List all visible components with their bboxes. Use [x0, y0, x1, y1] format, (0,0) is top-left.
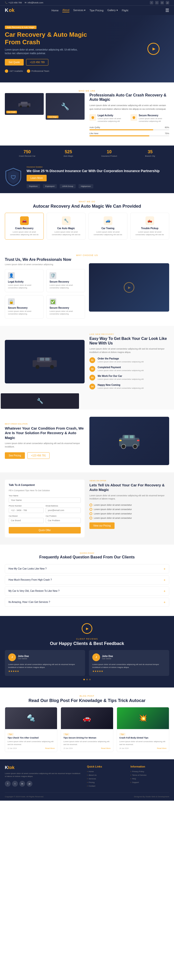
top-bar-phone[interactable]: 📞 +123 456 789	[5, 2, 22, 4]
service-car-towing[interactable]: 🚙 Car Towing Lorem ipsum dolor sit amet …	[89, 213, 127, 240]
footer-link-contact[interactable]: Contact	[87, 785, 126, 787]
footer-link-about[interactable]: About Us	[87, 774, 126, 776]
hero-get-quote-button[interactable]: Get Quote	[5, 59, 24, 65]
testimonial-play-button[interactable]	[82, 623, 92, 634]
hero-phone-button[interactable]: +123 456 789	[26, 59, 48, 65]
condition-description: Lorem ipsum dolor sit amet consectetur a…	[5, 442, 85, 449]
test-dot-3[interactable]	[89, 679, 91, 680]
test-dot-1[interactable]	[83, 679, 85, 680]
nav-flight[interactable]: Flight	[122, 9, 128, 12]
footer-instagram-icon[interactable]: in	[19, 781, 25, 787]
name-input[interactable]	[9, 498, 81, 503]
faq-question-1[interactable]: How My Car Can Looks Like New ? +	[5, 565, 169, 573]
nav-services[interactable]: Services ▾	[73, 9, 85, 12]
youtube-icon[interactable]: yt	[166, 1, 169, 4]
who-progress-bars: Auto Qulity 80% Like New 75%	[89, 126, 169, 136]
trust-title: Trust Us, We Are Professionals Now	[5, 258, 169, 262]
read-more-3[interactable]: Read More	[157, 747, 166, 749]
trust-features-col: Lorem ipsum dolor sit amet consectetur a…	[5, 263, 85, 318]
secure-icon	[131, 114, 137, 121]
nav-about[interactable]: About	[62, 8, 70, 12]
form-right-title: Lets Tell Us About Your Car For Recovery…	[89, 483, 169, 492]
footer-info-terms[interactable]: Terms of Service	[131, 774, 169, 776]
insurance-learn-more-button[interactable]: Learn More	[27, 175, 47, 181]
instagram-icon[interactable]: in	[160, 1, 164, 4]
services-title: Autocar Recovery And Auto Magic We Can P…	[5, 204, 169, 209]
blog-card-2[interactable]: 🚗 Tips Tips Secure Driving For Woman Lor…	[61, 707, 113, 752]
blog-image-1: 🔩	[5, 707, 57, 729]
hamburger-menu[interactable]: ☰	[165, 8, 169, 13]
trust-video[interactable]	[89, 263, 169, 312]
faq-question-3[interactable]: My Car Is Very Old, Can Restore To Like …	[5, 587, 169, 595]
logo[interactable]: Kok	[5, 8, 14, 13]
testimonials-title: Our Happy Clients & Best Feedback	[5, 641, 169, 646]
team-icon	[27, 69, 30, 73]
svg-rect-17	[119, 440, 122, 441]
testimonial-author-2: J John Doe Car Owner	[92, 654, 166, 661]
footer-youtube-icon[interactable]: yt	[27, 781, 32, 787]
footer-info-faq[interactable]: FAQ	[131, 778, 169, 780]
car-input[interactable]	[9, 518, 44, 523]
footer-link-pricing[interactable]: Pricing	[87, 781, 126, 783]
service-trouble-pickup[interactable]: 🛻 Trouble Pickup Lorem ipsum dolor sit a…	[130, 213, 169, 240]
check-dot-2	[89, 508, 92, 511]
check-dot-3	[89, 512, 92, 515]
hero-play-button[interactable]	[147, 43, 160, 55]
trust-video-col	[89, 263, 169, 318]
car-svg-1	[17, 100, 32, 108]
test-dot-2[interactable]	[86, 679, 88, 680]
nav-pricing[interactable]: Tipe Pricing	[89, 9, 103, 12]
svg-point-7	[36, 365, 40, 369]
read-more-1[interactable]: Read More	[45, 747, 55, 749]
trouble-pickup-icon: 🛻	[146, 216, 154, 225]
trust-grid: Lorem ipsum dolor sit amet consectetur a…	[5, 263, 169, 318]
top-bar-email[interactable]: ✉ info@kotok.com	[25, 2, 43, 4]
blog-desc-2: Lorem ipsum dolor sit amet consectetur a…	[63, 740, 111, 746]
footer: Ktok Lorem ipsum dolor sit amet consecte…	[0, 759, 174, 801]
footer-quick-links-col: Quick Links Home About Us Services Prici…	[87, 765, 126, 789]
nav-home[interactable]: Home	[51, 9, 59, 12]
facebook-icon[interactable]: f	[150, 1, 153, 4]
footer-social: f t in yt	[5, 781, 82, 787]
services-section: What We Do Autocar Recovery And Auto Mag…	[0, 193, 174, 247]
footer-bottom: Copyright © 2024 Kotok. All Rights Reser…	[5, 795, 169, 798]
who-image-2: 🔧 Auto Magic	[46, 93, 85, 120]
blog-card-3[interactable]: 💥 Tips Crash Full Body Dinted Tips Lorem…	[117, 707, 169, 752]
footer-info-support[interactable]: Support	[131, 781, 169, 783]
view-pricing-button[interactable]: View our Pricing	[89, 522, 115, 529]
blog-card-1[interactable]: 🔩 Tips Tips Check Tire After Crashed Lor…	[5, 707, 57, 752]
svg-rect-15	[125, 435, 128, 438]
blog-title-2: Tips Secure Driving For Woman	[63, 737, 111, 740]
nav-gallery[interactable]: Gallery ▾	[107, 9, 118, 12]
step-num-3: 03	[89, 375, 95, 380]
quick-offer-button[interactable]: Quick Offer	[9, 527, 81, 533]
twitter-icon[interactable]: t	[155, 1, 158, 4]
footer-facebook-icon[interactable]: f	[5, 781, 11, 787]
service-auto-magic[interactable]: 🔧 Car Auto Magic Lorem ipsum dolor sit a…	[47, 213, 85, 240]
footer-link-home[interactable]: Home	[87, 770, 126, 773]
phone-input[interactable]	[9, 508, 44, 513]
progress-quality-fill	[89, 129, 153, 130]
easyway-grid: Lets Talk Us 🔧	[5, 333, 169, 402]
see-pricing-button[interactable]: See Pricing	[5, 452, 25, 459]
service-desc-4: Lorem ipsum dolor sit amet consectetur a…	[133, 231, 166, 236]
wrench-emoji: 🔧	[37, 398, 43, 404]
services-grid: 🚗 Crash Recovery Lorem ipsum dolor sit a…	[5, 213, 169, 240]
faq-question-4[interactable]: Its Amazing, How I Can Get Services ? +	[5, 598, 169, 606]
stat-crash: 750 Crash Recover Car	[19, 150, 35, 157]
who-feature-2: Secure Recovery Lorem ipsum dolor sit am…	[131, 114, 169, 123]
svg-point-13	[121, 444, 126, 449]
footer-link-services[interactable]: Services	[87, 778, 126, 780]
insurance-shield-icon: 🛡	[5, 167, 22, 187]
read-more-2[interactable]: Read More	[101, 747, 111, 749]
stats-bar: 750 Crash Recover Car 525 Auto Magic 10 …	[0, 146, 174, 161]
footer-info-privacy[interactable]: Privacy Policy	[131, 770, 169, 773]
service-crash-recovery[interactable]: 🚗 Crash Recovery Lorem ipsum dolor sit a…	[5, 213, 44, 240]
footer-twitter-icon[interactable]: t	[12, 781, 18, 787]
problem-input[interactable]	[46, 518, 81, 523]
form-right-tag: Views on Offer	[89, 480, 169, 482]
condition-phone-button[interactable]: +123 456 791	[27, 452, 49, 459]
who-image-1: Car Crash	[5, 93, 44, 115]
faq-question-2[interactable]: How Much Recovery From High Crash ? +	[5, 576, 169, 584]
email-input[interactable]	[46, 508, 81, 513]
